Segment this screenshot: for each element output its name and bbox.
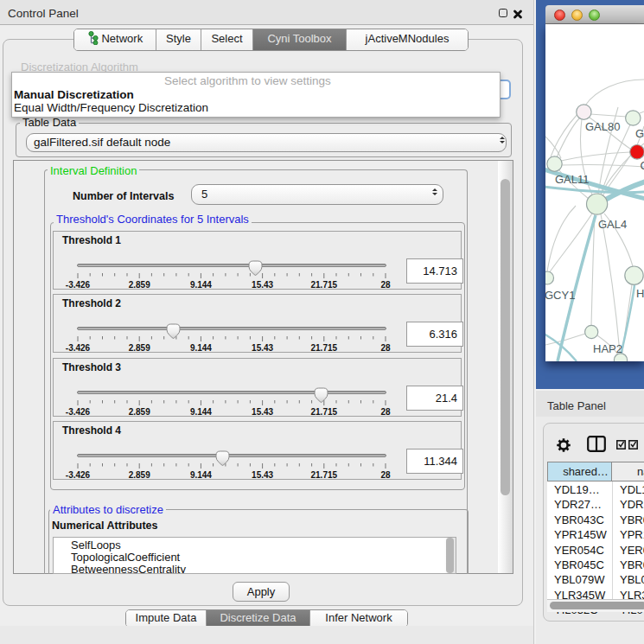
svg-text:GCY1: GCY1: [545, 289, 575, 302]
svg-text:C: C: [641, 159, 644, 172]
svg-text:GAL80: GAL80: [585, 120, 620, 133]
svg-text:HAP2: HAP2: [593, 342, 622, 355]
svg-text:GAL4: GAL4: [598, 218, 627, 231]
svg-text:H: H: [636, 287, 644, 300]
svg-text:GAL: GAL: [635, 127, 644, 140]
svg-text:GAL11: GAL11: [555, 173, 590, 186]
